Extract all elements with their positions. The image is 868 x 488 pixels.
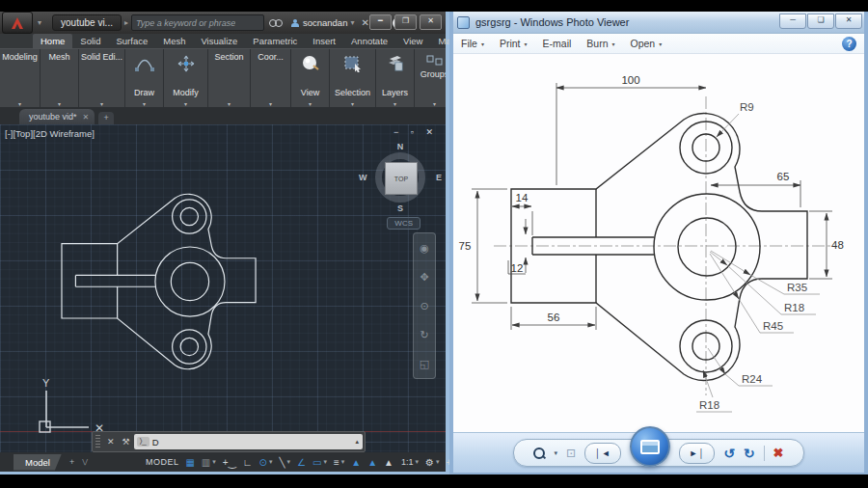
tab-parametric[interactable]: Parametric — [245, 34, 305, 48]
doc-nav-arrow-icon[interactable]: ▸ — [124, 18, 128, 27]
panel-mesh[interactable]: Mesh ▾ — [41, 49, 79, 107]
minimize-button[interactable]: ━ — [369, 14, 392, 30]
viewcube-south[interactable]: S — [397, 203, 403, 213]
command-input[interactable]: 〉_ D ▴ — [134, 434, 363, 449]
menu-print[interactable]: Print ▾ — [492, 38, 535, 49]
menu-file[interactable]: File ▾ — [453, 38, 492, 49]
new-tab-button[interactable]: + — [98, 112, 114, 124]
viewcube-north[interactable]: N — [397, 142, 404, 151]
minimize-button[interactable]: ─ — [779, 14, 806, 29]
file-tab-active[interactable]: youtube vid* ✕ — [19, 109, 95, 124]
zoom-magnifier-icon[interactable] — [533, 447, 545, 459]
panel-section[interactable]: Section ▾ — [208, 49, 251, 107]
annotation-scale-value[interactable]: 1:1 — [401, 457, 414, 467]
autoscale-icon[interactable]: ▲ — [367, 457, 377, 468]
settings-gear-icon[interactable]: ⚙ — [425, 457, 434, 468]
autocad-app-button[interactable] — [2, 12, 33, 34]
app-menu-caret-icon[interactable]: ▾ — [38, 18, 41, 27]
quick-view-doc-tab[interactable]: youtube vi... — [52, 14, 122, 31]
viewcube-east[interactable]: E — [436, 173, 442, 182]
polar-tracking-icon[interactable]: ⊙ — [259, 457, 267, 468]
isodraft-caret-icon[interactable]: ▾ — [286, 458, 290, 466]
command-line[interactable]: ✕ ⚒ 〉_ D ▴ — [92, 431, 366, 452]
tab-view[interactable]: View — [395, 34, 430, 48]
snap-grid-icon[interactable]: ▥ — [202, 457, 210, 468]
viewcube-west[interactable]: W — [359, 173, 367, 182]
grid-icon[interactable]: ▦ — [185, 457, 194, 468]
model-mode-label[interactable]: MODEL — [146, 457, 179, 467]
play-slideshow-button[interactable] — [630, 426, 670, 467]
tab-mesh[interactable]: Mesh — [155, 34, 193, 48]
panel-expand-icon[interactable]: ▾ — [143, 100, 146, 107]
panel-modify[interactable]: Modify ▾ — [164, 49, 208, 107]
menu-email[interactable]: E-mail — [535, 38, 580, 49]
panel-expand-icon[interactable]: ▾ — [100, 100, 103, 107]
scale-caret-icon[interactable]: ▾ — [416, 458, 420, 466]
annotation-scale-icon[interactable]: ▲ — [384, 457, 393, 468]
object-snap-box-icon[interactable]: ▭ — [312, 457, 321, 468]
lineweight-icon[interactable]: ≡ — [334, 457, 339, 468]
model-space-tab[interactable]: Model — [14, 454, 62, 471]
panel-groups[interactable]: Groups ▾ — [415, 49, 446, 107]
panel-expand-icon[interactable]: ▾ — [184, 100, 187, 107]
panel-solid-editing[interactable]: Solid Edi... ▾ — [79, 49, 125, 107]
help-icon[interactable]: ? — [842, 37, 856, 51]
orbit-icon[interactable]: ↻ — [420, 329, 428, 341]
panel-expand-icon[interactable]: ▾ — [351, 100, 354, 107]
dynamic-input-icon[interactable]: +‿ — [223, 457, 236, 468]
isodraft-icon[interactable]: ╲ — [279, 457, 285, 468]
close-button[interactable]: ✕ — [420, 14, 442, 30]
zoom-extents-icon[interactable]: ⊙ — [420, 300, 428, 312]
layout-list-caret-icon[interactable]: ⋁ — [82, 458, 88, 466]
model-viewport[interactable]: [-][Top][2D Wireframe] − ▫ ✕ N S W E — [0, 124, 446, 452]
close-button[interactable]: ✕ — [835, 14, 862, 29]
panel-expand-icon[interactable]: ▾ — [228, 100, 231, 107]
snap-caret-icon[interactable]: ▾ — [212, 458, 216, 466]
panel-draw[interactable]: Draw ▾ — [125, 49, 164, 107]
tab-visualize[interactable]: Visualize — [193, 34, 245, 48]
previous-button[interactable]: │ ◄ — [584, 443, 621, 464]
panel-expand-icon[interactable]: ▾ — [58, 100, 61, 107]
delete-button[interactable]: ✖ — [773, 446, 784, 460]
search-box[interactable]: Type a keyword or phrase — [131, 14, 264, 31]
viewcube[interactable]: N S W E TOP — [368, 146, 432, 209]
panel-selection[interactable]: Selection ▾ — [330, 49, 376, 107]
zoom-caret-icon[interactable]: ▾ — [554, 449, 557, 457]
rotate-clockwise-button[interactable]: ↻ — [744, 447, 755, 460]
panel-coordinates[interactable]: Coor... ▾ — [251, 49, 291, 107]
panel-expand-icon[interactable]: ▾ — [269, 100, 272, 107]
signed-in-user[interactable]: socnandan — [303, 17, 347, 28]
maximize-button[interactable]: ❏ — [807, 14, 834, 29]
fit-to-window-icon[interactable]: ⊡ — [566, 447, 576, 460]
panel-expand-icon[interactable]: ▾ — [309, 100, 312, 107]
search-binoculars-icon[interactable] — [269, 19, 283, 27]
gear-caret-icon[interactable]: ▾ — [436, 458, 440, 466]
menu-open[interactable]: Open ▾ — [623, 38, 670, 49]
osnap-icon[interactable]: ∠ — [297, 457, 306, 468]
file-tab-close-icon[interactable]: ✕ — [83, 113, 90, 122]
rotate-counterclockwise-button[interactable]: ↺ — [723, 447, 735, 460]
command-customize-wrench-icon[interactable]: ⚒ — [119, 437, 134, 447]
lineweight-caret-icon[interactable]: ▾ — [341, 458, 345, 466]
viewcube-top-face[interactable]: TOP — [385, 162, 418, 195]
wcs-dropdown[interactable]: WCS — [387, 217, 420, 230]
new-layout-button[interactable]: + — [69, 457, 74, 467]
panel-layers[interactable]: Layers ▾ — [376, 49, 415, 107]
panel-expand-icon[interactable]: ▾ — [433, 100, 436, 107]
panel-expand-icon[interactable]: ▾ — [393, 100, 396, 107]
ortho-icon[interactable]: ∟ — [243, 457, 253, 468]
panel-view[interactable]: View ▾ — [291, 49, 330, 107]
tab-annotate[interactable]: Annotate — [343, 34, 395, 48]
menu-burn[interactable]: Burn ▾ — [579, 38, 622, 49]
osnap-caret-icon[interactable]: ▾ — [323, 458, 327, 466]
next-button[interactable]: ► │ — [679, 443, 716, 464]
showmotion-icon[interactable]: ◱ — [420, 358, 429, 370]
pan-icon[interactable]: ✥ — [420, 271, 428, 284]
tab-surface[interactable]: Surface — [108, 34, 155, 48]
panel-modeling[interactable]: Modeling ▾ — [0, 49, 41, 107]
user-menu-caret-icon[interactable]: ▾ — [350, 18, 354, 27]
annotation-visibility-icon[interactable]: ▲ — [351, 457, 361, 468]
command-grip-handle[interactable] — [95, 435, 100, 448]
tab-insert[interactable]: Insert — [305, 34, 343, 48]
maximize-button[interactable]: ❐ — [394, 14, 417, 30]
